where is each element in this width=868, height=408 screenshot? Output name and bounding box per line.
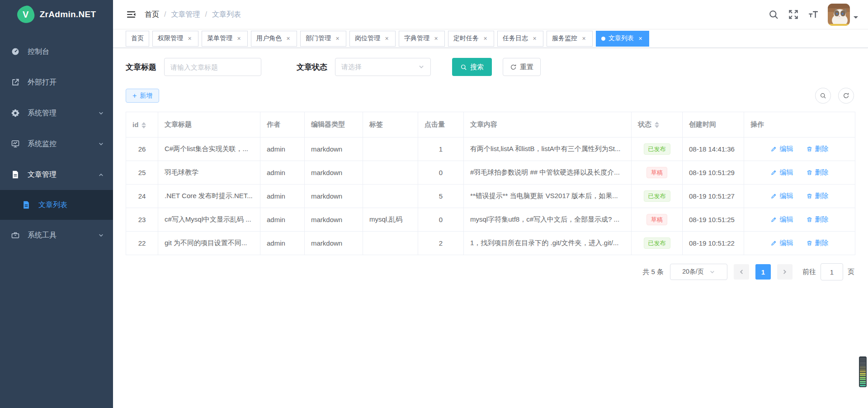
table-search-toggle-button[interactable]	[815, 88, 831, 104]
fullscreen-icon[interactable]	[788, 9, 799, 20]
article-status-select[interactable]: 请选择	[335, 58, 431, 76]
chevron-down-icon	[98, 141, 104, 147]
sidebar-item-article-list[interactable]: 文章列表	[0, 190, 113, 220]
next-page-button[interactable]	[777, 264, 793, 280]
column-header-tag: 标签	[363, 112, 418, 138]
tab-scheduled-task[interactable]: 定时任务×	[448, 31, 494, 47]
table-row: 24 .NET Core 发布时提示.NET... admin markdown…	[126, 185, 855, 208]
tab-label: 首页	[131, 34, 144, 43]
document-icon	[11, 170, 20, 179]
add-button-label: 新增	[140, 92, 152, 100]
chevron-down-icon	[709, 269, 715, 275]
column-header-editor: 编辑器类型	[305, 112, 363, 138]
sidebar-item-label: 系统工具	[28, 231, 57, 240]
article-title-input[interactable]	[164, 58, 261, 76]
cell-tag	[363, 185, 418, 208]
page-number-current[interactable]: 1	[755, 264, 771, 280]
reset-button[interactable]: 重置	[503, 58, 541, 76]
tab-service-monitor[interactable]: 服务监控×	[547, 31, 593, 47]
monitor-icon	[11, 139, 20, 148]
cell-tag	[363, 232, 418, 255]
close-icon[interactable]: ×	[580, 35, 587, 42]
goto-page-input[interactable]	[821, 263, 843, 280]
close-icon[interactable]: ×	[236, 35, 242, 42]
close-icon[interactable]: ×	[334, 35, 341, 42]
edit-button[interactable]: 编辑	[770, 239, 793, 247]
sidebar: V ZrAdmin.NET 控制台 外部打开 系统管理 系统监控	[0, 0, 113, 408]
sort-caret-icon[interactable]	[142, 122, 146, 128]
tab-article-list[interactable]: 文章列表×	[596, 31, 649, 47]
sidebar-item-system-tools[interactable]: 系统工具	[0, 220, 113, 251]
cell-title: c#写入Mysql中文显示乱码 ...	[158, 208, 260, 232]
pencil-icon	[770, 240, 777, 247]
table-refresh-button[interactable]	[838, 88, 854, 104]
status-badge: 已发布	[644, 143, 670, 155]
status-badge: 已发布	[644, 237, 670, 249]
add-button[interactable]: + 新增	[126, 89, 159, 103]
edit-button[interactable]: 编辑	[770, 215, 793, 224]
delete-button[interactable]: 删除	[806, 239, 829, 247]
tab-menu-manage[interactable]: 菜单管理×	[202, 31, 248, 47]
goto-unit: 页	[848, 268, 854, 276]
status-badge: 已发布	[644, 190, 670, 202]
article-title-label: 文章标题	[126, 62, 156, 72]
search-icon[interactable]	[768, 9, 779, 20]
sidebar-item-external-open[interactable]: 外部打开	[0, 67, 113, 98]
cell-editor: markdown	[305, 185, 363, 208]
cell-clicks: 0	[418, 161, 464, 185]
close-icon[interactable]: ×	[482, 35, 489, 42]
tab-task-log[interactable]: 任务日志×	[497, 31, 543, 47]
close-icon[interactable]: ×	[531, 35, 538, 42]
breadcrumb-home[interactable]: 首页	[145, 10, 159, 19]
font-size-icon[interactable]	[808, 9, 819, 20]
sidebar-item-label: 系统监控	[28, 139, 57, 149]
chevron-down-icon	[418, 64, 425, 70]
tab-label: 任务日志	[503, 34, 528, 43]
sidebar-submenu-article: 文章列表	[0, 190, 113, 220]
sidebar-menu: 控制台 外部打开 系统管理 系统监控 文章管理	[0, 36, 113, 251]
page-size-select[interactable]: 20条/页	[670, 264, 727, 280]
sidebar-item-dashboard[interactable]: 控制台	[0, 36, 113, 67]
tab-dict-manage[interactable]: 字典管理×	[399, 31, 445, 47]
avatar-caret-down-icon[interactable]	[854, 16, 858, 21]
close-icon[interactable]: ×	[285, 35, 292, 42]
delete-button[interactable]: 删除	[806, 145, 829, 153]
tab-home[interactable]: 首页	[126, 31, 149, 47]
edit-button[interactable]: 编辑	[770, 168, 793, 177]
cell-editor: markdown	[305, 208, 363, 232]
edit-button[interactable]: 编辑	[770, 145, 793, 153]
delete-button[interactable]: 删除	[806, 192, 829, 200]
delete-button[interactable]: 删除	[806, 168, 829, 177]
chevron-down-icon	[98, 110, 104, 116]
mini-meter-widget[interactable]	[859, 356, 867, 387]
sidebar-item-label: 控制台	[28, 47, 49, 57]
cell-title: C#两个list集合实现关联，...	[158, 138, 260, 161]
sidebar-item-article-manage[interactable]: 文章管理	[0, 159, 113, 190]
table-row: 23 c#写入Mysql中文显示乱码 ... admin markdown my…	[126, 208, 855, 232]
avatar[interactable]	[828, 4, 850, 26]
cell-clicks: 2	[418, 232, 464, 255]
column-header-id[interactable]: id	[126, 112, 158, 138]
sidebar-collapse-icon[interactable]	[126, 9, 137, 20]
search-button[interactable]: 搜索	[452, 58, 492, 76]
edit-label: 编辑	[779, 239, 793, 247]
close-icon[interactable]: ×	[186, 35, 193, 42]
sidebar-item-system-manage[interactable]: 系统管理	[0, 98, 113, 128]
cell-editor: markdown	[305, 232, 363, 255]
tab-user-role[interactable]: 用户角色×	[251, 31, 297, 47]
tab-dept-manage[interactable]: 部门管理×	[300, 31, 346, 47]
close-icon[interactable]: ×	[383, 35, 390, 42]
close-icon[interactable]: ×	[637, 35, 644, 42]
prev-page-button[interactable]	[734, 264, 749, 280]
edit-button[interactable]: 编辑	[770, 192, 793, 200]
tab-post-manage[interactable]: 岗位管理×	[349, 31, 396, 47]
delete-button[interactable]: 删除	[806, 215, 829, 224]
sidebar-item-system-monitor[interactable]: 系统监控	[0, 128, 113, 159]
trash-icon	[806, 193, 813, 199]
tab-permission[interactable]: 权限管理×	[152, 31, 198, 47]
edit-label: 编辑	[779, 168, 793, 177]
close-icon[interactable]: ×	[433, 35, 439, 42]
column-header-status[interactable]: 状态	[632, 112, 683, 138]
sort-caret-icon[interactable]	[655, 122, 659, 128]
delete-label: 删除	[815, 192, 829, 200]
